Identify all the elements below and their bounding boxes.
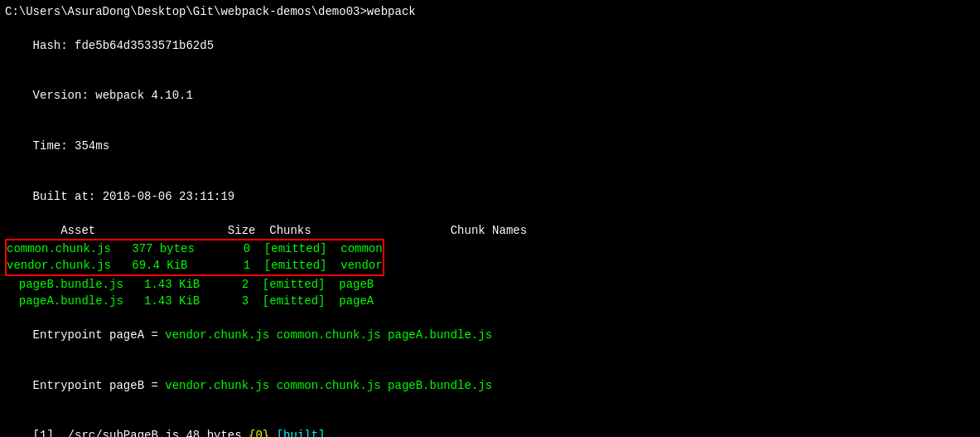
time-value: 354ms [68, 139, 109, 153]
time-label: Time: [33, 139, 68, 153]
terminal-window: C:\Users\AsuraDong\Desktop\Git\webpack-d… [0, 0, 980, 437]
built-at-label: Built at: [33, 190, 96, 203]
module-1: [1] ./src/subPageB.js 48 bytes {0} [buil… [5, 410, 975, 437]
asset-row-pagea: pageA.bundle.js 1.43 KiB 3 [emitted] pag… [5, 293, 975, 309]
hash-value: fde5b64d3533571b62d5 [68, 39, 214, 52]
version-value: webpack 4.10.1 [89, 89, 193, 102]
version-line: Version: webpack 4.10.1 [5, 70, 975, 121]
table-header: Asset Size Chunks Chunk Names [5, 222, 975, 239]
built-at-value: 2018-08-06 23:11:19 [95, 190, 234, 203]
prompt-line: C:\Users\AsuraDong\Desktop\Git\webpack-d… [5, 3, 975, 20]
highlighted-assets-box: common.chunk.js 377 bytes 0 [emitted] co… [5, 239, 384, 276]
version-label: Version: [33, 89, 89, 102]
asset-row-common: common.chunk.js 377 bytes 0 [emitted] co… [7, 240, 383, 257]
hash-line: Hash: fde5b64d3533571b62d5 [5, 20, 975, 70]
built-at-line: Built at: 2018-08-06 23:11:19 [5, 172, 975, 222]
hash-label: Hash: [33, 39, 68, 52]
asset-row-vendor: vendor.chunk.js 69.4 KiB 1 [emitted] ven… [7, 257, 383, 274]
entrypoint-a-line: Entrypoint pageA = vendor.chunk.js commo… [5, 309, 975, 360]
entrypoint-b-line: Entrypoint pageB = vendor.chunk.js commo… [5, 360, 975, 410]
time-line: Time: 354ms [5, 121, 975, 172]
asset-row-pageb: pageB.bundle.js 1.43 KiB 2 [emitted] pag… [5, 276, 975, 293]
